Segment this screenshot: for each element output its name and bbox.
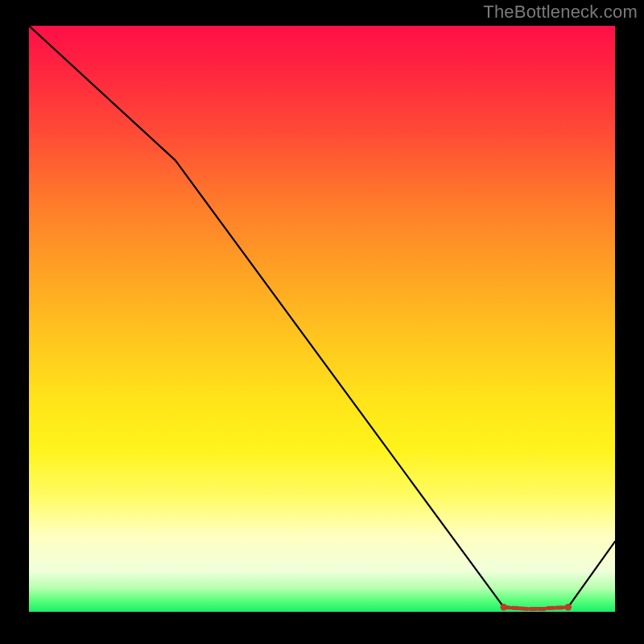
canvas: TheBottleneck.com <box>0 0 644 644</box>
plot-gradient-background <box>29 26 615 612</box>
plot-outer <box>29 26 615 612</box>
attribution-label: TheBottleneck.com <box>483 2 638 23</box>
